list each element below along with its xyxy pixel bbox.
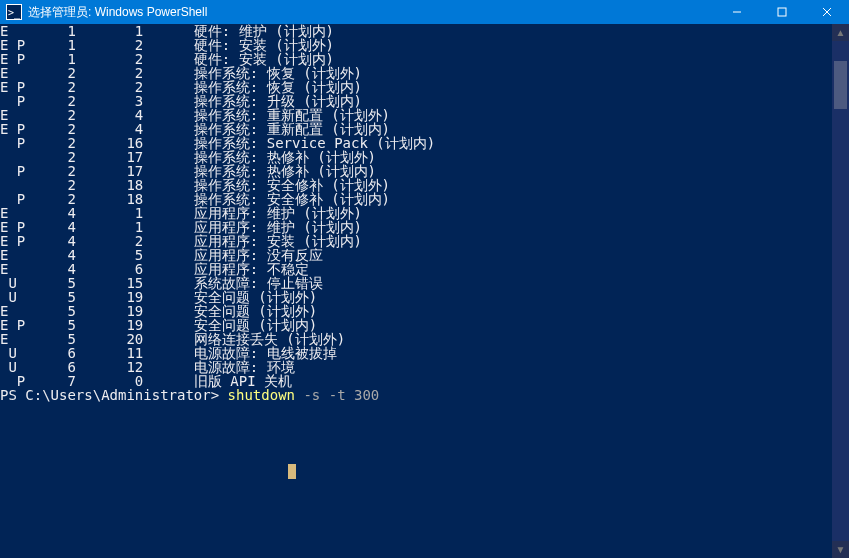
output-row: U 6 12 电源故障: 环境	[0, 360, 832, 374]
window-controls	[714, 0, 849, 24]
output-row: E 5 20 网络连接丢失 (计划外)	[0, 332, 832, 346]
command: shutdown	[228, 387, 295, 403]
output-row: E 4 1 应用程序: 维护 (计划外)	[0, 206, 832, 220]
powershell-window: >_ 选择管理员: Windows PowerShell E 1 1 硬件: 维…	[0, 0, 849, 558]
output-row: P 2 17 操作系统: 热修补 (计划内)	[0, 164, 832, 178]
output-row: E 4 6 应用程序: 不稳定	[0, 262, 832, 276]
output-row: 2 17 操作系统: 热修补 (计划外)	[0, 150, 832, 164]
close-icon	[822, 7, 832, 17]
output-row: E 1 1 硬件: 维护 (计划内)	[0, 24, 832, 38]
output-row: P 7 0 旧版 API 关机	[0, 374, 832, 388]
maximize-icon	[777, 7, 787, 17]
output-row: E 4 5 应用程序: 没有反应	[0, 248, 832, 262]
scroll-track[interactable]	[832, 41, 849, 541]
scrollbar[interactable]: ▲ ▼	[832, 24, 849, 558]
output-row: P 2 16 操作系统: Service Pack (计划内)	[0, 136, 832, 150]
output-row: U 5 19 安全问题 (计划外)	[0, 290, 832, 304]
close-button[interactable]	[804, 0, 849, 24]
powershell-icon: >_	[6, 4, 22, 20]
output-row: E P 2 2 操作系统: 恢复 (计划内)	[0, 80, 832, 94]
window-title: 选择管理员: Windows PowerShell	[28, 4, 207, 21]
prompt-line: PS C:\Users\Administrator> shutdown -s -…	[0, 388, 832, 402]
output-row: U 6 11 电源故障: 电线被拔掉	[0, 346, 832, 360]
prompt: PS C:\Users\Administrator>	[0, 387, 228, 403]
titlebar[interactable]: >_ 选择管理员: Windows PowerShell	[0, 0, 849, 24]
scroll-thumb[interactable]	[834, 61, 847, 109]
output-row: 2 18 操作系统: 安全修补 (计划外)	[0, 178, 832, 192]
titlebar-left: >_ 选择管理员: Windows PowerShell	[0, 4, 207, 21]
output-row: E P 4 2 应用程序: 安装 (计划内)	[0, 234, 832, 248]
minimize-button[interactable]	[714, 0, 759, 24]
command-options: -s -t 300	[295, 387, 379, 403]
terminal-output[interactable]: E 1 1 硬件: 维护 (计划内)E P 1 2 硬件: 安装 (计划外)E …	[0, 24, 832, 558]
output-row: E P 4 1 应用程序: 维护 (计划内)	[0, 220, 832, 234]
output-row: E P 5 19 安全问题 (计划内)	[0, 318, 832, 332]
output-row: U 5 15 系统故障: 停止错误	[0, 276, 832, 290]
terminal-cursor	[288, 464, 296, 479]
output-row: P 2 18 操作系统: 安全修补 (计划内)	[0, 192, 832, 206]
output-row: E P 1 2 硬件: 安装 (计划外)	[0, 38, 832, 52]
output-row: P 2 3 操作系统: 升级 (计划内)	[0, 94, 832, 108]
minimize-icon	[732, 7, 742, 17]
terminal-area: E 1 1 硬件: 维护 (计划内)E P 1 2 硬件: 安装 (计划外)E …	[0, 24, 849, 558]
maximize-button[interactable]	[759, 0, 804, 24]
svg-rect-1	[778, 8, 786, 16]
scroll-up-icon[interactable]: ▲	[832, 24, 849, 41]
scroll-down-icon[interactable]: ▼	[832, 541, 849, 558]
output-row: E 2 4 操作系统: 重新配置 (计划外)	[0, 108, 832, 122]
output-row: E P 2 4 操作系统: 重新配置 (计划内)	[0, 122, 832, 136]
output-row: E 5 19 安全问题 (计划外)	[0, 304, 832, 318]
output-row: E P 1 2 硬件: 安装 (计划内)	[0, 52, 832, 66]
output-row: E 2 2 操作系统: 恢复 (计划外)	[0, 66, 832, 80]
